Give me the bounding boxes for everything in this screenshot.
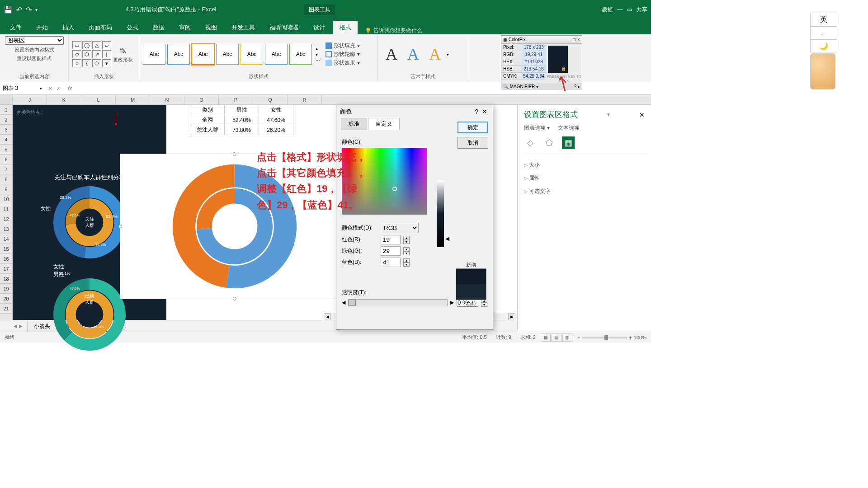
change-shape-button[interactable]: ✎ 更改形状 — [113, 46, 133, 63]
chart-options-tab[interactable]: 图表选项 ▾ — [524, 124, 550, 132]
transparency-slider[interactable] — [348, 299, 448, 306]
save-icon[interactable]: 💾 — [4, 5, 13, 14]
cancel-button[interactable]: 取消 — [458, 137, 488, 149]
tab-layout[interactable]: 页面布局 — [82, 21, 118, 34]
shape-style-1[interactable]: Abc — [143, 44, 165, 65]
shape-style-6[interactable]: Abc — [265, 44, 288, 65]
view-break[interactable]: ▥ — [562, 333, 572, 342]
green-up[interactable]: ▲ — [403, 247, 410, 251]
tab-dev[interactable]: 开发工具 — [225, 21, 261, 34]
view-normal[interactable]: ▦ — [541, 333, 551, 342]
text-options-tab[interactable]: 文本选项 — [558, 124, 580, 132]
color-dialog-help[interactable]: ? — [473, 108, 480, 115]
trans-right[interactable]: ▶ — [450, 300, 454, 305]
row-headers[interactable]: 1234 5678 9101112 13141516 17181920 21 — [0, 95, 13, 320]
color-dialog-close[interactable]: ✕ — [480, 108, 489, 115]
red-down[interactable]: ▼ — [403, 240, 410, 244]
wordart-style-1[interactable]: A — [382, 45, 401, 64]
cancel-icon[interactable]: ✕ — [48, 85, 52, 92]
sheet-nav-last[interactable]: ▶ — [19, 324, 23, 328]
tab-home[interactable]: 开始 — [30, 21, 54, 34]
redo-icon[interactable]: ↷ — [26, 5, 32, 14]
tab-insert[interactable]: 插入 — [56, 21, 80, 34]
scroll-right[interactable]: ▶ — [508, 313, 515, 320]
effects-icon[interactable]: ⬠ — [543, 136, 556, 149]
shape-style-4[interactable]: Abc — [216, 44, 239, 65]
transparency-thumb[interactable] — [349, 300, 356, 306]
shape-gallery[interactable]: ▭◯△▱ ◇⬡↗| ○{⬠▾ — [72, 41, 111, 67]
shape-style-3[interactable]: Abc — [192, 44, 214, 65]
picker-cursor[interactable] — [392, 187, 397, 191]
tab-review[interactable]: 审阅 — [173, 21, 197, 34]
luminance-thumb[interactable]: ◀ — [445, 235, 449, 242]
fill-line-icon[interactable]: ◇ — [524, 136, 537, 149]
donut-chart-1[interactable]: 女性 男性 关注 人群 52.4% 26.2% 47.6% 73.8% — [53, 186, 126, 258]
shape-fill-button[interactable]: 形状填充 ▾ — [326, 42, 360, 50]
color-picker-gradient[interactable] — [342, 148, 427, 215]
tab-standard[interactable]: 标准 — [341, 118, 367, 130]
color-mode-select[interactable]: RGB — [381, 223, 419, 233]
reset-style-link[interactable]: 重设以匹配样式 — [17, 55, 52, 62]
name-box[interactable]: 图表 3▾ — [0, 84, 45, 93]
colorpix-window[interactable]: ▦ ColorPix – □ × Pixel:178 x 293 RGB:19,… — [501, 35, 582, 89]
section-props[interactable]: 属性 — [524, 172, 645, 185]
tab-formula[interactable]: 公式 — [120, 21, 145, 34]
green-input[interactable] — [381, 246, 401, 256]
wordart-style-3[interactable]: A — [425, 45, 445, 64]
luminance-slider[interactable]: ◀ — [437, 180, 444, 247]
zoom-in[interactable]: + — [629, 335, 632, 340]
tab-format[interactable]: 格式 — [333, 21, 358, 34]
data-table[interactable]: 类别男性女性 全网52.40%47.60% 关注人群73.80%26.20% — [190, 105, 293, 135]
scroll-left[interactable]: ◀ — [324, 313, 331, 320]
sheet-nav-first[interactable]: ◀ — [14, 324, 17, 328]
resize-handle-top[interactable] — [233, 152, 236, 156]
format-selection-link[interactable]: 设置所选内容格式 — [14, 47, 54, 53]
wordart-style-2[interactable]: A — [403, 45, 423, 64]
section-size[interactable]: 大小 — [524, 159, 645, 172]
blue-down[interactable]: ▼ — [403, 263, 410, 267]
style-more[interactable]: ⋯ — [316, 58, 320, 63]
shape-style-7[interactable]: Abc — [289, 44, 312, 65]
blue-input[interactable] — [381, 258, 401, 267]
format-pane-dropdown[interactable]: ▼ — [606, 112, 611, 117]
undo-icon[interactable]: ↶ — [16, 5, 22, 14]
sheet-tab-1[interactable]: 小箭头 — [27, 321, 57, 332]
tab-design[interactable]: 设计 — [307, 21, 331, 34]
fx-icon[interactable]: fx — [63, 85, 76, 92]
trans-left[interactable]: ◀ — [342, 300, 345, 305]
style-scroll-up[interactable]: ▴ — [316, 46, 320, 51]
color-dialog[interactable]: 颜色 ? ✕ 标准 自定义 确定 取消 颜色(C): ◀ — [336, 105, 493, 330]
green-down[interactable]: ▼ — [403, 251, 410, 255]
minimize-icon[interactable]: — — [617, 6, 623, 13]
shape-style-5[interactable]: Abc — [241, 44, 263, 65]
selected-chart[interactable] — [120, 154, 349, 299]
maximize-icon[interactable]: ▭ — [627, 6, 632, 13]
red-input[interactable] — [381, 235, 401, 244]
blue-up[interactable]: ▲ — [403, 258, 410, 263]
colorpix-close[interactable]: × — [577, 37, 580, 42]
tell-me[interactable]: 💡 告诉我你想要做什么 — [365, 27, 422, 34]
enter-icon[interactable]: ✓ — [56, 85, 61, 92]
shape-effect-button[interactable]: 形状效果 ▾ — [326, 59, 360, 67]
style-scroll-down[interactable]: ▾ — [316, 52, 320, 57]
column-headers[interactable]: JKL MNO PQR — [13, 95, 651, 105]
tab-data[interactable]: 数据 — [146, 21, 171, 34]
donut-chart-2[interactable]: 女性 男性 已购 人群 38.1% 47.6% 61.0% — [53, 263, 126, 335]
resize-handle-left[interactable] — [118, 225, 122, 228]
shape-outline-button[interactable]: 形状轮廓 ▾ — [326, 51, 360, 58]
size-props-icon[interactable]: ▦ — [562, 136, 575, 149]
share-label[interactable]: 共享 — [637, 6, 647, 14]
section-alttext[interactable]: 可选文字 — [524, 185, 645, 198]
view-page[interactable]: ▤ — [552, 333, 561, 342]
zoom-value[interactable]: 100% — [634, 335, 646, 340]
ok-button[interactable]: 确定 — [458, 122, 488, 133]
colorpix-max[interactable]: □ — [573, 37, 576, 42]
tab-foxit[interactable]: 福昕阅读器 — [263, 21, 305, 34]
shape-style-2[interactable]: Abc — [167, 44, 190, 65]
tab-view[interactable]: 视图 — [199, 21, 223, 34]
zoom-out[interactable]: − — [577, 335, 580, 340]
resize-handle-bottom[interactable] — [233, 297, 236, 300]
format-pane-close[interactable]: ✕ — [639, 111, 645, 118]
tab-file[interactable]: 文件 — [4, 21, 28, 34]
selection-combo[interactable]: 图表区 — [5, 36, 64, 45]
